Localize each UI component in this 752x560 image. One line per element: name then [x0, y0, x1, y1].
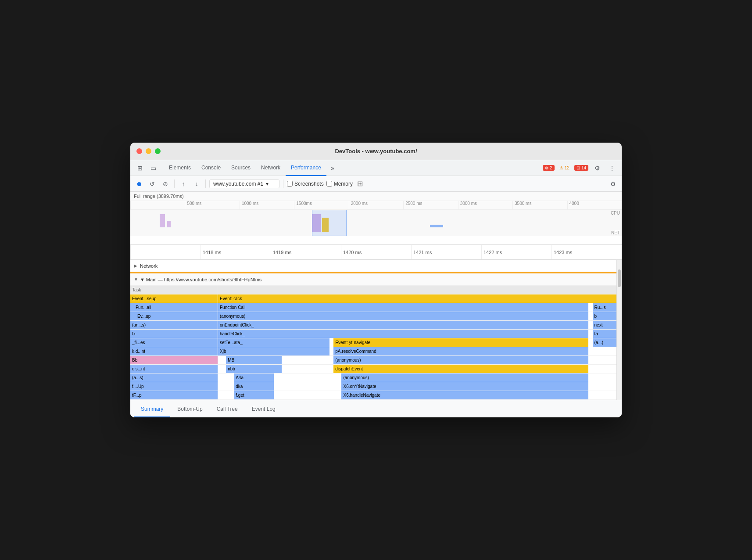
screenshots-checkbox-label[interactable]: Screenshots — [287, 181, 324, 187]
screenshots-label: Screenshots — [294, 181, 324, 187]
fi-es-timeline[interactable]: setTe...ata_ Event: yt-navigate (a...) — [218, 338, 616, 347]
onendpoint-block[interactable]: onEndpointClick_ — [218, 321, 588, 329]
fx-timeline[interactable]: handleClick_ ta — [218, 330, 616, 338]
handlenavigate-block[interactable]: X6.handleNavigate — [341, 391, 588, 399]
a-s-timeline2[interactable]: A4a (anonymous) — [218, 373, 616, 382]
bb-timeline[interactable]: MB (anonymous) — [218, 356, 616, 364]
tab-elements[interactable]: Elements — [164, 160, 196, 176]
window-title: DevTools - www.youtube.com/ — [335, 148, 417, 154]
record-button[interactable]: ⏺ — [134, 179, 144, 189]
detail-tick-1: 1418 ms — [201, 245, 271, 259]
anonymous-block-2[interactable]: (anonymous) — [333, 356, 588, 364]
dis-nt-timeline[interactable]: nbb dispatchEvent — [218, 365, 616, 373]
fget-block[interactable]: f.get — [234, 391, 274, 399]
warning-badge[interactable]: ⚠ 12 — [557, 165, 572, 171]
setemeta-block[interactable]: setTe...ata_ — [218, 338, 329, 347]
detail-tick-3: 1420 ms — [341, 245, 411, 259]
a4a-block[interactable]: A4a — [234, 373, 274, 382]
main-content: ▶ Network ▼ ▼ Main — https://www.youtube… — [130, 260, 622, 400]
clear-button[interactable]: ⊘ — [160, 179, 171, 189]
timeline-selection[interactable] — [312, 210, 346, 236]
ev-up-timeline[interactable]: (anonymous) b — [218, 312, 616, 320]
network-row[interactable]: ▶ Network — [130, 260, 616, 272]
function-call-block[interactable]: Function Call — [218, 303, 588, 312]
b-block[interactable]: b — [593, 312, 616, 320]
task-label: Task — [130, 286, 218, 294]
tab-sources[interactable]: Sources — [226, 160, 256, 176]
net-label: NET — [611, 230, 620, 235]
tab-console[interactable]: Console — [196, 160, 226, 176]
maximize-button[interactable] — [155, 148, 161, 154]
mb-block[interactable]: MB — [226, 356, 282, 364]
event-seup-label: Event...seup — [130, 294, 218, 303]
tab-bar-left-icons: ⊞ ▭ — [134, 162, 159, 174]
a-block[interactable]: (a...) — [593, 338, 616, 347]
screenshots-checkbox[interactable] — [287, 181, 293, 187]
memory-icon: ⊞ — [357, 179, 363, 188]
minimize-button[interactable] — [146, 148, 151, 154]
upload-button[interactable]: ↑ — [178, 179, 189, 189]
tab-performance[interactable]: Performance — [286, 160, 326, 176]
kd-nt-timeline[interactable]: Xjb pA.resolveCommand — [218, 347, 616, 355]
nbb-block[interactable]: nbb — [226, 365, 282, 373]
an-s-timeline[interactable]: onEndpointClick_ next — [218, 321, 616, 329]
event-click-block[interactable]: Event: click — [218, 294, 616, 303]
url-selector[interactable]: www.youtube.com #1 ▾ — [209, 179, 279, 188]
full-range-bar: Full range (3899.70ms) — [130, 192, 622, 201]
memory-checkbox-label[interactable]: Memory — [326, 181, 353, 187]
download-button[interactable]: ↓ — [191, 179, 202, 189]
dka-block[interactable]: dka — [234, 382, 274, 391]
an-s-label: (an...s) — [130, 321, 218, 329]
ta-block[interactable]: ta — [593, 330, 616, 338]
memory-checkbox[interactable] — [326, 181, 332, 187]
task-timeline[interactable] — [218, 286, 616, 294]
tab-bottom-up[interactable]: Bottom-Up — [170, 402, 209, 417]
main-expand-arrow[interactable]: ▼ — [134, 277, 138, 282]
yt-navigate-block[interactable]: Event: yt-navigate — [333, 338, 588, 347]
close-button[interactable] — [136, 148, 142, 154]
handleclick-block[interactable]: handleClick_ — [218, 330, 588, 338]
fi-es-label: _fi...es — [130, 338, 218, 347]
info-badge[interactable]: ⊡ 14 — [574, 165, 588, 171]
toolbar-right: ⚙ — [608, 179, 618, 189]
refresh-record-button[interactable]: ↺ — [147, 179, 158, 189]
fx-row: fx handleClick_ ta — [130, 330, 616, 338]
tab-call-tree[interactable]: Call Tree — [210, 402, 245, 417]
tf-p-label: tF...p — [130, 391, 218, 399]
error-badge[interactable]: ⊗ 2 — [543, 165, 555, 171]
info-icon: ⊡ — [577, 165, 580, 170]
next-block[interactable]: next — [593, 321, 616, 329]
stack-container: ▶ Network ▼ ▼ Main — https://www.youtube… — [130, 260, 616, 400]
main-row-header[interactable]: ▼ ▼ Main — https://www.youtube.com/short… — [130, 273, 616, 286]
device-toolbar-icon[interactable]: ▭ — [147, 162, 159, 174]
info-count: 14 — [581, 165, 586, 170]
scrollbar-thumb[interactable] — [618, 269, 621, 287]
toolbar-settings-icon[interactable]: ⚙ — [608, 179, 618, 189]
event-seup-timeline[interactable]: Event: click — [218, 294, 616, 303]
more-options-icon[interactable]: ⋮ — [606, 162, 618, 174]
anonymous-block-1[interactable]: (anonymous) — [218, 312, 588, 320]
anonymous-block-3[interactable]: (anonymous) — [341, 373, 588, 382]
dispatch-event-block[interactable]: dispatchEvent — [333, 365, 588, 373]
fun-all-timeline[interactable]: Function Call Ru...s — [218, 303, 616, 312]
tab-bar: ⊞ ▭ Elements Console Sources Network Per… — [130, 160, 622, 176]
timeline-overview-container[interactable]: 500 ms 1000 ms 1500ms 2000 ms 2500 ms 30… — [130, 201, 622, 245]
vertical-scrollbar[interactable] — [616, 260, 622, 400]
settings-icon[interactable]: ⚙ — [591, 162, 603, 174]
memory-label: Memory — [334, 181, 353, 187]
timeline-cpu-overview[interactable]: CPU NET — [130, 210, 622, 236]
more-tabs-icon[interactable]: » — [326, 162, 339, 174]
xjb-block[interactable]: Xjb — [218, 347, 329, 355]
tab-network[interactable]: Network — [256, 160, 286, 176]
inspect-icon[interactable]: ⊞ — [134, 162, 146, 174]
tab-event-log[interactable]: Event Log — [245, 402, 283, 417]
resolve-command-block[interactable]: pA.resolveCommand — [333, 347, 588, 355]
f-up-timeline[interactable]: dka X6.onYtNavigate — [218, 382, 616, 391]
onytnavigate-block[interactable]: X6.onYtNavigate — [341, 382, 588, 391]
tab-summary[interactable]: Summary — [134, 402, 170, 417]
full-range-text: Full range (3899.70ms) — [134, 194, 184, 199]
detail-ruler: 1418 ms 1419 ms 1420 ms 1421 ms 1422 ms … — [130, 245, 622, 259]
tf-p-timeline[interactable]: f.get X6.handleNavigate — [218, 391, 616, 399]
network-expand-arrow[interactable]: ▶ — [134, 263, 137, 268]
ru-s-block[interactable]: Ru...s — [593, 303, 616, 312]
